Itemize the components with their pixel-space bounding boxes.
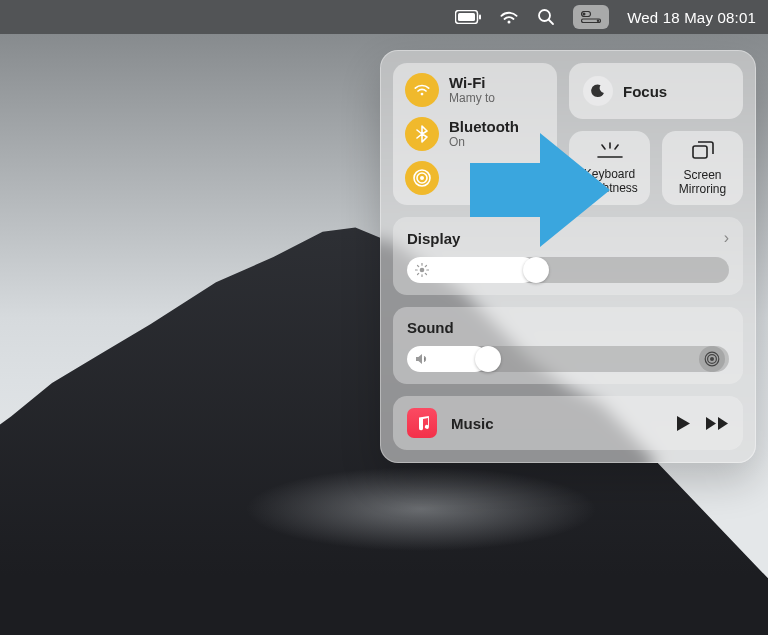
- network-tile: Wi-Fi Mamy to Bluetooth On: [393, 63, 557, 205]
- search-icon[interactable]: [537, 8, 555, 26]
- display-slider[interactable]: [407, 257, 729, 283]
- music-tile[interactable]: Music: [393, 396, 743, 450]
- display-section: Display ›: [393, 217, 743, 295]
- wifi-subtitle: Mamy to: [449, 92, 495, 105]
- fast-forward-icon[interactable]: [705, 416, 729, 431]
- svg-rect-2: [479, 15, 481, 20]
- battery-icon[interactable]: [455, 10, 481, 24]
- svg-line-14: [602, 145, 605, 149]
- svg-point-26: [710, 357, 714, 361]
- sound-label: Sound: [407, 319, 454, 336]
- svg-rect-1: [458, 13, 475, 21]
- keyboard-brightness-icon: [597, 142, 623, 161]
- svg-line-25: [425, 266, 426, 267]
- svg-rect-16: [693, 146, 707, 158]
- bluetooth-row[interactable]: Bluetooth On: [405, 117, 545, 151]
- airplay-audio-icon[interactable]: [699, 346, 725, 372]
- wifi-icon[interactable]: [499, 10, 519, 25]
- svg-line-24: [418, 273, 419, 274]
- focus-label: Focus: [623, 83, 667, 100]
- sound-slider[interactable]: [407, 346, 729, 372]
- sun-icon: [415, 263, 429, 277]
- music-label: Music: [451, 415, 662, 432]
- play-icon[interactable]: [676, 415, 691, 432]
- display-label: Display: [407, 230, 460, 247]
- bluetooth-subtitle: On: [449, 136, 519, 149]
- wifi-title: Wi-Fi: [449, 75, 495, 92]
- svg-line-22: [418, 266, 419, 267]
- svg-point-17: [420, 268, 425, 273]
- screen-mirroring-icon: [692, 141, 714, 162]
- control-center-toggle[interactable]: [573, 5, 609, 29]
- svg-point-8: [597, 20, 599, 22]
- airdrop-row[interactable]: [405, 161, 545, 195]
- control-center-panel: Wi-Fi Mamy to Bluetooth On: [380, 50, 756, 463]
- screen-mirroring-label: Screen Mirroring: [666, 168, 739, 196]
- screen-mirroring-tile[interactable]: Screen Mirroring: [662, 131, 743, 205]
- bluetooth-icon: [405, 117, 439, 151]
- svg-line-4: [549, 20, 553, 24]
- svg-point-3: [539, 10, 550, 21]
- svg-point-6: [583, 13, 586, 16]
- menubar-datetime[interactable]: Wed 18 May 08:01: [627, 9, 756, 26]
- menubar: Wed 18 May 08:01: [0, 0, 768, 34]
- svg-line-23: [425, 273, 426, 274]
- keyboard-brightness-tile[interactable]: Keyboard Brightness: [569, 131, 650, 205]
- keyboard-brightness-label: Keyboard Brightness: [573, 167, 646, 195]
- speaker-icon: [415, 353, 431, 365]
- svg-line-15: [615, 145, 618, 149]
- moon-icon: [583, 76, 613, 106]
- music-app-icon: [407, 408, 437, 438]
- chevron-right-icon[interactable]: ›: [724, 229, 729, 247]
- sound-section: Sound: [393, 307, 743, 384]
- bluetooth-title: Bluetooth: [449, 119, 519, 136]
- wifi-row[interactable]: Wi-Fi Mamy to: [405, 73, 545, 107]
- wifi-icon: [405, 73, 439, 107]
- airdrop-icon: [405, 161, 439, 195]
- focus-tile[interactable]: Focus: [569, 63, 743, 119]
- svg-point-9: [420, 176, 424, 180]
